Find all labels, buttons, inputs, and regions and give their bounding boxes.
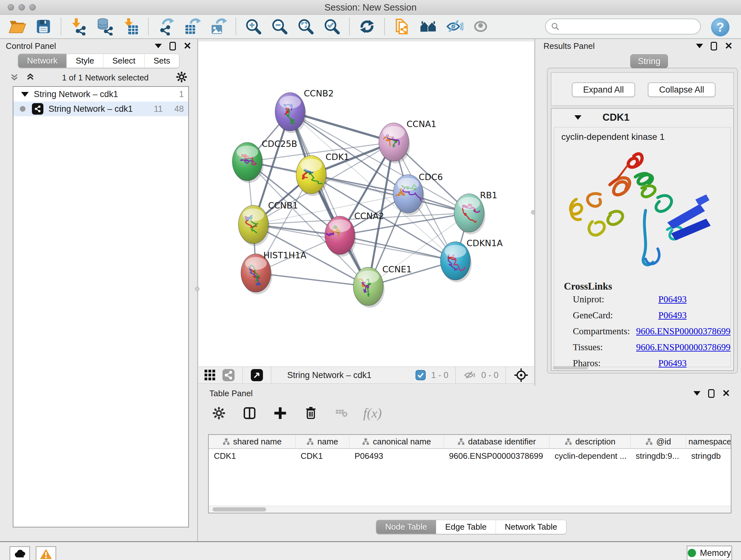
zoom-selected-icon[interactable] xyxy=(323,17,341,36)
tree-expand-icon[interactable] xyxy=(21,92,29,97)
crosslink-value-link[interactable]: P06493 xyxy=(658,294,687,305)
tab-style[interactable]: Style xyxy=(66,54,103,68)
network-node-ccna1[interactable]: CCNA1 xyxy=(379,119,436,164)
tab-network[interactable]: Network xyxy=(18,54,66,68)
collapse-all-button[interactable]: Collapse All xyxy=(648,82,716,97)
share-document-icon[interactable] xyxy=(393,17,411,36)
panel-menu-icon[interactable] xyxy=(693,391,700,395)
table-cell[interactable]: stringdb:9... xyxy=(630,449,686,463)
tab-edge-table[interactable]: Edge Table xyxy=(436,520,495,534)
network-row[interactable]: String Network – cdk1 11 48 xyxy=(13,102,188,116)
table-options-gear-icon[interactable] xyxy=(210,404,228,422)
export-network-icon[interactable] xyxy=(157,17,175,36)
section-collapse-icon[interactable] xyxy=(575,115,582,120)
network-node-cdc25b[interactable]: CDC25B xyxy=(232,139,297,183)
table-cell[interactable]: CDK1 xyxy=(295,449,349,463)
hidden-eye-icon[interactable] xyxy=(463,368,477,382)
tab-select[interactable]: Select xyxy=(103,54,144,68)
tab-string[interactable]: String xyxy=(630,54,668,68)
cloud-button[interactable] xyxy=(10,546,30,560)
home-icon[interactable] xyxy=(419,17,437,36)
export-table-icon[interactable] xyxy=(183,17,201,36)
network-edge[interactable] xyxy=(340,235,455,261)
results-scrollbar-thumb[interactable] xyxy=(553,366,588,369)
table-horizontal-scrollbar[interactable] xyxy=(209,506,731,513)
panel-close-icon[interactable]: ✕ xyxy=(722,388,730,398)
table-cell[interactable]: 9606.ENSP00000378699 xyxy=(444,449,549,463)
add-column-icon[interactable] xyxy=(271,404,289,422)
panel-close-icon[interactable]: ✕ xyxy=(184,41,192,51)
network-node-ccnb2[interactable]: CCNB2 xyxy=(275,88,334,133)
open-in-window-icon[interactable] xyxy=(250,368,264,382)
gene-header-row[interactable]: CDK1 xyxy=(551,109,733,126)
network-collection-row[interactable]: String Network – cdk1 1 xyxy=(13,87,188,102)
hide-eye-icon[interactable] xyxy=(446,17,463,36)
tab-sets[interactable]: Sets xyxy=(144,54,179,68)
zoom-fit-icon[interactable] xyxy=(297,17,315,36)
export-image-icon[interactable] xyxy=(209,17,227,36)
grid-view-icon[interactable] xyxy=(203,368,217,382)
panel-float-icon[interactable] xyxy=(170,42,176,51)
network-canvas[interactable]: CCNB2CCNA1CDC25BCDK1CDC6RB1CCNB1CCNA2CDK… xyxy=(199,42,534,367)
search-field[interactable] xyxy=(545,18,701,35)
expand-all-button[interactable]: Expand All xyxy=(572,82,635,97)
warnings-button[interactable] xyxy=(36,546,56,560)
crosslink-value-link[interactable]: 9606.ENSP00000378699 xyxy=(636,342,731,353)
crosslink-value-link[interactable]: P06493 xyxy=(658,358,687,368)
network-graph[interactable]: CCNB2CCNA1CDC25BCDK1CDC6RB1CCNB1CCNA2CDK… xyxy=(199,42,534,367)
show-eye-icon[interactable] xyxy=(472,17,489,36)
open-session-button[interactable] xyxy=(8,17,26,36)
panel-float-icon[interactable] xyxy=(711,42,717,51)
network-node-cdkn1a[interactable]: CDKN1A xyxy=(441,238,503,282)
refresh-icon[interactable] xyxy=(358,17,376,36)
column-header-canonical-name[interactable]: canonical name xyxy=(349,435,444,448)
table-cell[interactable]: CDK1 xyxy=(209,449,295,463)
network-edge[interactable] xyxy=(311,175,469,213)
zoom-out-icon[interactable] xyxy=(271,17,288,36)
table-cell[interactable]: P06493 xyxy=(349,449,444,463)
network-node-rb1[interactable]: RB1 xyxy=(454,190,497,234)
tab-node-table[interactable]: Node Table xyxy=(376,520,436,534)
table-cell[interactable]: cyclin-dependent ... xyxy=(549,449,630,463)
search-input[interactable] xyxy=(563,22,695,32)
left-splitter-handle[interactable] xyxy=(195,287,199,291)
panel-menu-icon[interactable] xyxy=(696,44,703,48)
network-options-gear-icon[interactable] xyxy=(176,71,188,84)
network-node-hist1h1a[interactable]: HIST1H1A xyxy=(241,250,307,294)
memory-button[interactable]: Memory xyxy=(687,546,732,560)
column-header-namespace[interactable]: namespace xyxy=(686,435,731,448)
birds-eye-view-icon[interactable] xyxy=(513,368,529,383)
column-header-shared-name[interactable]: shared name xyxy=(209,435,295,448)
crosslink-value-link[interactable]: P06493 xyxy=(658,310,687,320)
panel-float-icon[interactable] xyxy=(708,389,715,398)
expand-all-icon[interactable] xyxy=(25,72,35,83)
network-edge[interactable] xyxy=(256,273,368,287)
collapse-all-icon[interactable] xyxy=(10,72,19,83)
delete-table-icon[interactable] xyxy=(333,404,350,422)
save-session-button[interactable] xyxy=(35,17,52,36)
import-network-file-icon[interactable] xyxy=(70,17,87,36)
delete-column-icon[interactable] xyxy=(302,404,320,422)
scrollbar-thumb[interactable] xyxy=(212,507,266,511)
column-header-database-identifier[interactable]: database identifier xyxy=(444,435,549,448)
help-button[interactable]: ? xyxy=(711,18,730,37)
panel-close-icon[interactable]: ✕ xyxy=(725,41,733,51)
network-node-ccne1[interactable]: CCNE1 xyxy=(353,264,412,308)
function-builder-icon[interactable]: f(x) xyxy=(363,406,382,421)
column-header-description[interactable]: description xyxy=(549,435,630,448)
table-cell[interactable]: stringdb xyxy=(686,449,731,463)
panel-menu-icon[interactable] xyxy=(155,44,162,48)
column-header-@id[interactable]: @id xyxy=(630,435,686,448)
column-header-name[interactable]: name xyxy=(295,435,349,448)
import-table-file-icon[interactable] xyxy=(122,17,140,36)
tab-network-table[interactable]: Network Table xyxy=(495,520,566,534)
table-row[interactable]: CDK1CDK1P064939606.ENSP00000378699cyclin… xyxy=(209,449,731,463)
import-network-database-icon[interactable] xyxy=(96,17,114,36)
share-view-icon[interactable] xyxy=(221,368,235,382)
selected-checkbox-icon[interactable] xyxy=(414,369,427,381)
crosslink-value-link[interactable]: 9606.ENSP00000378699 xyxy=(636,326,731,336)
network-node-cdk1[interactable]: CDK1 xyxy=(296,152,349,196)
zoom-in-icon[interactable] xyxy=(245,17,262,36)
show-columns-icon[interactable] xyxy=(241,404,259,422)
network-node-ccnb1[interactable]: CCNB1 xyxy=(239,200,298,246)
